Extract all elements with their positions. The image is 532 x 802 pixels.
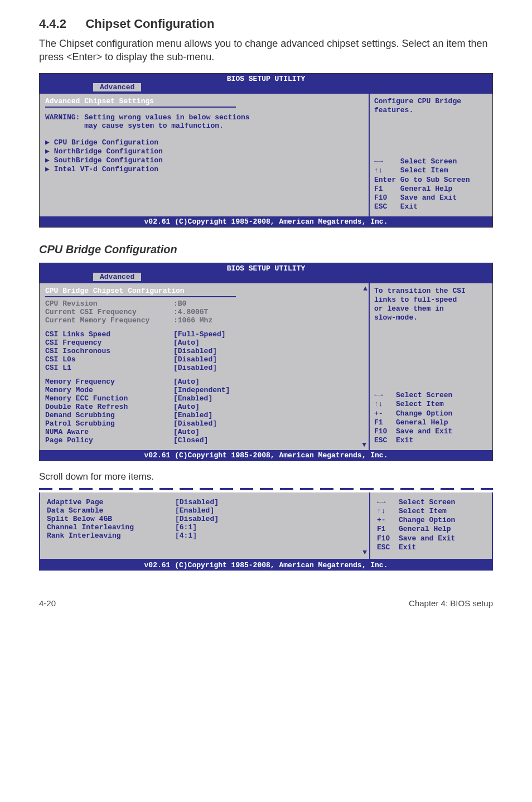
option-adaptive-page[interactable]: Adaptive Page[Disabled] [47,498,364,506]
scroll-up-icon[interactable]: ▲ [363,284,367,293]
bios-tabs: Advanced [40,273,492,282]
submenu-intel-vtd[interactable]: ▶Intel VT-d Configuration [45,165,363,173]
bios-help-panel: To transition the CSI links to full-spee… [370,283,492,450]
option-csi-frequency[interactable]: CSI Frequency[Auto] [45,339,363,347]
section-title: Chipset Configuration [85,17,214,31]
bios-window-cpubridge: BIOS SETUP UTILITY Advanced ▲ CPU Bridge… [39,263,493,461]
nav-help: ←→ Select Screen ↑↓ Select Item +- Chang… [377,498,486,553]
submenu-label: Intel VT-d Configuration [54,165,158,173]
option-channel-interleaving[interactable]: Channel Interleaving[6:1] [47,523,364,532]
nav-help: ←→ Select Screen ↑↓ Select Item Enter Go… [374,157,488,212]
warning-line-2: may cause system to malfunction. [45,122,363,130]
panel-title: Advanced Chipset Settings [45,97,363,105]
option-csi-isochronous[interactable]: CSI Isochronous[Disabled] [45,347,363,355]
triangle-icon: ▶ [45,165,50,173]
submenu-cpu-bridge[interactable]: ▶CPU Bridge Configuration [45,138,363,147]
bios-window-chipset: BIOS SETUP UTILITY Advanced Advanced Chi… [39,73,493,228]
bios-title: BIOS SETUP UTILITY [40,263,492,273]
panel-title: CPU Bridge Chipset Configuration [45,287,363,295]
option-csi-l0s[interactable]: CSI L0s[Disabled] [45,355,363,364]
tab-advanced[interactable]: Advanced [93,273,141,281]
bios-title: BIOS SETUP UTILITY [40,74,492,83]
page-footer: 4-20 Chapter 4: BIOS setup [39,598,493,608]
option-demand-scrubbing[interactable]: Demand Scrubbing[Enabled] [45,411,363,419]
triangle-icon: ▶ [45,147,50,156]
bios-footer: v02.61 (C)Copyright 1985-2008, American … [40,216,492,227]
option-memory-ecc[interactable]: Memory ECC Function[Enabled] [45,394,363,403]
submenu-northbridge[interactable]: ▶NorthBridge Configuration [45,147,363,156]
scroll-down-icon[interactable]: ▼ [362,548,367,557]
intro-text: The Chipset configuration menu allows yo… [39,37,493,64]
static-row: CPU Revision:B0 [45,299,363,308]
bios-left-panel: ▲ CPU Bridge Chipset Configuration CPU R… [40,283,370,450]
option-csi-links-speed[interactable]: CSI Links Speed[Full-Speed] [45,330,363,339]
option-data-scramble[interactable]: Data Scramble[Enabled] [47,506,364,515]
submenu-label: NorthBridge Configuration [54,147,163,156]
divider [45,296,236,297]
option-memory-mode[interactable]: Memory Mode[Independent] [45,386,363,394]
scroll-note: Scroll down for more items. [39,471,493,482]
option-memory-frequency[interactable]: Memory Frequency[Auto] [45,378,363,386]
option-page-policy[interactable]: Page Policy[Closed] [45,436,363,445]
bios-fragment: Adaptive Page[Disabled] Data Scramble[En… [39,488,493,571]
bios-footer: v02.61 (C)Copyright 1985-2008, American … [39,560,493,571]
help-text: To transition the CSI links to full-spee… [374,287,488,323]
section-heading: 4.4.2 Chipset Configuration [39,17,493,31]
scroll-down-icon[interactable]: ▼ [362,441,366,449]
submenu-label: CPU Bridge Configuration [54,138,158,147]
option-double-rate-refresh[interactable]: Double Rate Refresh[Auto] [45,403,363,411]
tab-advanced[interactable]: Advanced [93,83,141,91]
option-patrol-scrubbing[interactable]: Patrol Scrubbing[Disabled] [45,419,363,428]
page-chapter: Chapter 4: BIOS setup [409,598,493,608]
bios-left-panel: Advanced Chipset Settings WARNING: Setti… [40,94,370,216]
divider [45,107,236,108]
static-row: Current CSI Frequency:4.800GT [45,308,363,316]
static-row: Current Memory Frequency:1066 Mhz [45,316,363,325]
page-number: 4-20 [39,598,56,608]
option-numa-aware[interactable]: NUMA Aware[Auto] [45,428,363,436]
option-split-below-4gb[interactable]: Split Below 4GB[Disabled] [47,515,364,523]
dashed-top-border [39,488,493,490]
bios-left-panel: Adaptive Page[Disabled] Data Scramble[En… [39,492,370,561]
submenu-southbridge[interactable]: ▶SouthBridge Configuration [45,156,363,165]
option-rank-interleaving[interactable]: Rank Interleaving[4:1] [47,532,364,540]
option-csi-l1[interactable]: CSI L1[Disabled] [45,364,363,372]
section-number: 4.4.2 [39,17,66,31]
bios-help-panel: ←→ Select Screen ↑↓ Select Item +- Chang… [370,492,493,561]
bios-footer: v02.61 (C)Copyright 1985-2008, American … [40,450,492,461]
warning-line-1: WARNING: Setting wrong values in below s… [45,113,363,122]
bios-tabs: Advanced [40,83,492,93]
triangle-icon: ▶ [45,138,50,147]
subheading: CPU Bridge Configuration [39,243,493,256]
help-text: Configure CPU Bridge features. [374,97,488,115]
bios-help-panel: Configure CPU Bridge features. ←→ Select… [370,94,492,216]
nav-help: ←→ Select Screen ↑↓ Select Item +- Chang… [374,391,488,446]
triangle-icon: ▶ [45,156,50,165]
submenu-label: SouthBridge Configuration [54,156,163,165]
